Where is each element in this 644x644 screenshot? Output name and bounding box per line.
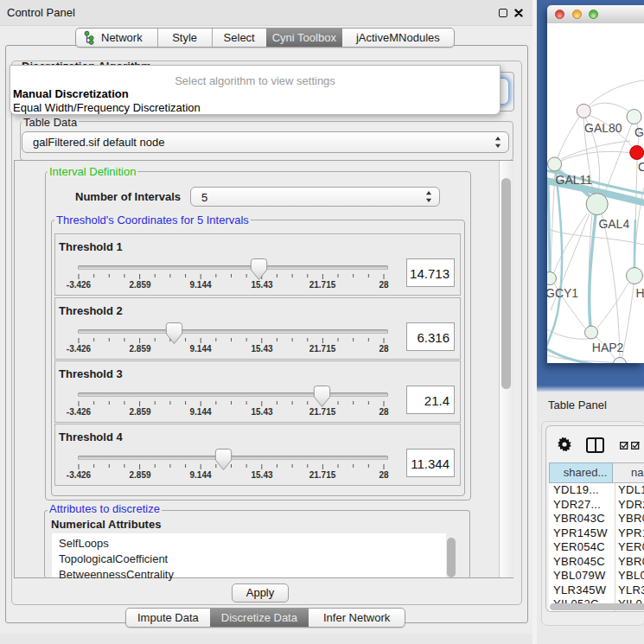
svg-text:GAL4: GAL4 xyxy=(598,217,629,231)
svg-text:H: H xyxy=(636,286,644,300)
svg-text:GAL11: GAL11 xyxy=(556,173,593,187)
svg-text:GCY1: GCY1 xyxy=(547,286,578,300)
svg-text:GA: GA xyxy=(634,125,644,139)
svg-text:HAP2: HAP2 xyxy=(592,341,624,354)
svg-text:GAL80: GAL80 xyxy=(584,121,622,135)
svg-text:C: C xyxy=(638,160,644,174)
